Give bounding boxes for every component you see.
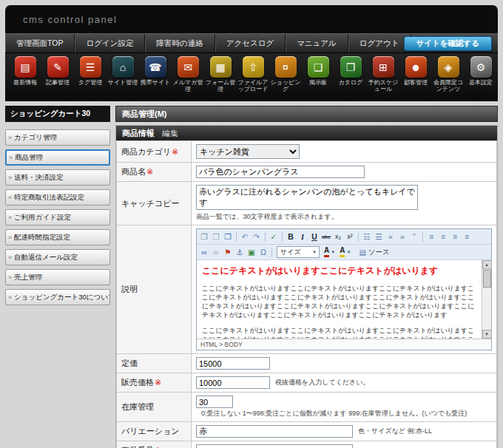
sidebar-item[interactable]: » 商品管理 [5, 149, 110, 166]
module-item[interactable]: ☰ タグ管理 [74, 56, 107, 101]
nav-item-label: アクセスログ [226, 38, 274, 49]
list-price-input[interactable] [196, 357, 270, 370]
toolbar-separator[interactable] [282, 232, 283, 242]
module-bar: ▤ 最新情報 ✎ 記事管理 ☰ タグ管理 ⌂ サイト管理 [5, 52, 498, 101]
sidebar-item[interactable]: » ご利用ガイド設定 [5, 209, 110, 225]
toolbar-separator[interactable] [358, 232, 359, 242]
sidebar-item[interactable]: » 送料・決済設定 [5, 169, 110, 186]
flag-icon[interactable]: ⚑ [222, 246, 234, 258]
nav-item[interactable]: 障害時の連絡 [145, 34, 215, 52]
sidebar-item-label: ショッピングカート30について [14, 293, 110, 302]
text-color-button[interactable]: A ▼ [322, 247, 337, 257]
module-glyph: ✎ [53, 61, 62, 73]
image-icon[interactable]: ▣ [246, 246, 257, 258]
nav-item[interactable]: アクセスログ [215, 34, 286, 52]
stock-input[interactable] [196, 396, 233, 408]
price-input[interactable] [196, 376, 270, 389]
subscript-icon[interactable]: x₂ [332, 231, 344, 242]
form-row-stock: 在庫管理 0:受注しない 1〜998:受注ごとに個数が減ります 999:在庫管理… [117, 393, 497, 422]
form-row-code: 商品番号※ [117, 441, 497, 448]
module-item[interactable]: ▤ 最新情報 [9, 56, 41, 101]
underline-icon[interactable]: U [308, 231, 320, 242]
module-item[interactable]: ❏ 掲示板 [302, 56, 334, 101]
toolbar-separator[interactable] [271, 248, 272, 257]
font-size-select-label: サイズ [280, 248, 301, 257]
module-item[interactable]: ☻ 顧客管理 [399, 56, 432, 101]
nav-item[interactable]: ログアウト [348, 34, 411, 52]
sidebar-item[interactable]: » 特定商取引法表記設定 [5, 189, 110, 206]
module-item[interactable]: ▦ フォーム管理 [204, 56, 237, 101]
scrollbar-thumb[interactable] [483, 270, 491, 288]
align-left-icon[interactable]: ≡ [425, 231, 437, 242]
sidebar-item[interactable]: » 売上管理 [5, 269, 110, 285]
outdent-icon[interactable]: « [385, 231, 396, 242]
variation-input[interactable] [196, 425, 353, 438]
sidebar-item[interactable]: » 自動返信メール設定 [5, 249, 110, 265]
module-item[interactable]: ✉ メルマガ管理 [172, 56, 204, 101]
catchcopy-label: キャッチコピー [121, 199, 180, 208]
italic-icon[interactable]: I [297, 231, 308, 242]
redo-icon[interactable]: ↷ [251, 231, 263, 242]
module-item[interactable]: ⌂ サイト管理 [107, 56, 139, 101]
toolbar-glyph: ☷ [363, 232, 370, 241]
sidebar-item[interactable]: » 配達時間指定設定 [5, 229, 110, 245]
nav-item[interactable]: ログイン設定 [75, 34, 145, 52]
catchcopy-textarea[interactable]: 赤いグラスに注がれるシャンパンの泡がとってもキレイです [196, 185, 418, 210]
toolbar-separator[interactable] [422, 232, 423, 242]
sidebar-item[interactable]: » ショッピングカート30について [5, 289, 110, 305]
form-row-list-price: 定価 [117, 354, 497, 373]
module-item[interactable]: ☎ 携帯サイト [139, 56, 172, 101]
product-name-input[interactable] [196, 166, 365, 178]
module-item[interactable]: ⊞ 予約スケジュール [367, 56, 399, 101]
sidebar-item[interactable]: » カテゴリ管理 [5, 129, 110, 146]
paste-text-icon[interactable]: ❐ [210, 231, 222, 242]
anchor-icon[interactable]: ⚓ [234, 246, 246, 258]
source-button[interactable]: ▤ ソース [355, 246, 393, 259]
module-item[interactable]: ⚙ 基本設定 [465, 56, 497, 101]
bullet-list-icon[interactable]: ☰ [373, 231, 385, 242]
editor-content[interactable]: ここにテキストがはいりますここにテキストがはいります ここにテキストがはいります… [197, 260, 482, 339]
module-item[interactable]: ✎ 記事管理 [41, 56, 74, 101]
chevron-down-icon: ▼ [331, 250, 335, 254]
page-title: 商品管理(M) [115, 106, 498, 122]
blockquote-icon[interactable]: “ [408, 231, 420, 242]
numbered-list-icon[interactable]: ☷ [361, 231, 373, 242]
unlink-icon[interactable]: ∞ [210, 246, 222, 258]
special-char-icon[interactable]: Ω [257, 246, 269, 258]
module-glyph: ⌂ [120, 61, 126, 73]
align-center-icon[interactable]: ≡ [437, 231, 449, 242]
paste-icon[interactable]: ❐ [198, 231, 210, 242]
bold-icon[interactable]: B [285, 231, 297, 242]
link-icon[interactable]: ∞ [198, 246, 210, 258]
sidebar-item-label: 送料・決済設定 [14, 173, 64, 183]
align-right-icon[interactable]: ≡ [449, 231, 461, 242]
paste-word-icon[interactable]: ❐ [222, 231, 234, 242]
text-color-icon: A [324, 247, 329, 257]
check-site-button[interactable]: サイトを確認する [404, 36, 492, 51]
toolbar-glyph: abc [322, 234, 331, 240]
toolbar-separator[interactable] [265, 232, 266, 242]
module-item[interactable]: ⇧ ファイルアップロード [237, 56, 269, 101]
category-select[interactable]: キッチン雑貨 [196, 144, 300, 159]
scroll-up-icon[interactable]: ▲ [482, 260, 492, 269]
undo-icon[interactable]: ↶ [239, 231, 251, 242]
superscript-icon[interactable]: x² [344, 231, 356, 242]
scroll-down-icon[interactable]: ▼ [482, 330, 492, 339]
breadcrumb-action: 編集 [162, 128, 178, 139]
product-code-input[interactable] [196, 444, 353, 448]
nav-item[interactable]: 管理画面TOP [5, 34, 75, 52]
strike-icon[interactable]: abc [320, 231, 332, 242]
align-justify-icon[interactable]: ≡ [461, 231, 473, 242]
editor-scrollbar[interactable]: ▲ ▼ [482, 260, 491, 339]
nav-item[interactable]: マニュアル [286, 34, 348, 52]
spellcheck-icon[interactable]: ✓ [268, 231, 280, 242]
schedule-icon: ⊞ [373, 56, 394, 78]
module-item[interactable]: ◈ 会員限定コンテンツ [432, 56, 465, 101]
indent-icon[interactable]: » [396, 231, 408, 242]
form-row-variation: バリエーション 色・サイズなど 例:赤-LL [117, 422, 497, 441]
toolbar-separator[interactable] [236, 232, 237, 242]
module-item[interactable]: ❐ カタログ [334, 56, 367, 101]
module-item[interactable]: ¤ ショッピング [269, 56, 302, 101]
bg-color-button[interactable]: A ▼ [337, 247, 353, 257]
font-size-select[interactable]: サイズ ▼ [277, 246, 320, 258]
